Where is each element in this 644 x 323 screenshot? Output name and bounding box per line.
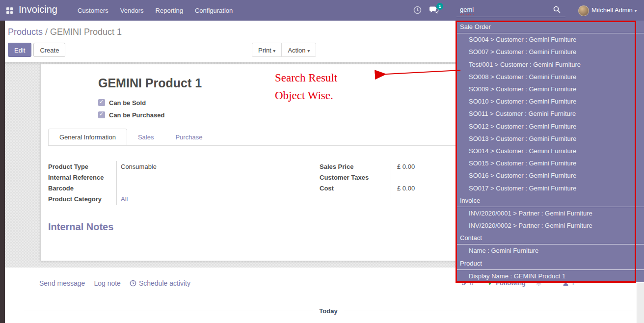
search-result-item[interactable]: INV/2020/0001 > Partner : Gemini Furnitu… — [456, 207, 644, 219]
field-label-customer-taxes: Customer Taxes — [320, 174, 397, 181]
search-result-item[interactable]: Display Name : GEMINI Product 1 — [456, 270, 644, 282]
search-group-invoice: Invoice — [456, 194, 644, 207]
tab-sales[interactable]: Sales — [127, 129, 165, 145]
search-result-item[interactable]: SO013 > Customer : Gemini Furniture — [456, 133, 644, 145]
nav-menu-customers[interactable]: Customers — [72, 7, 114, 14]
fields-group-left: Product TypeConsumableInternal Reference… — [48, 163, 254, 206]
checkbox-label: Can be Sold — [109, 99, 146, 107]
field-value-cost: £ 0.00 — [397, 185, 415, 192]
search-result-item[interactable]: SO014 > Customer : Gemini Furniture — [456, 145, 644, 157]
breadcrumb: Products / GEMINI Product 1 — [8, 27, 122, 37]
chevron-down-icon: ▾ — [634, 8, 637, 13]
checkbox-row: Can be Purchased — [98, 111, 164, 119]
internal-notes-heading: Internal Notes — [48, 221, 113, 233]
schedule-activity-label: Schedule activity — [139, 279, 190, 287]
tab-general-information[interactable]: General Information — [48, 129, 127, 146]
main-menu-bar: CustomersVendorsReportingConfiguration — [72, 0, 239, 21]
field-separator — [391, 161, 391, 199]
activity-clock-icon[interactable] — [413, 6, 422, 16]
nav-menu-reporting[interactable]: Reporting — [150, 7, 189, 14]
clock-icon — [130, 280, 136, 287]
tab-purchase[interactable]: Purchase — [164, 129, 213, 145]
product-title: GEMINI Product 1 — [98, 76, 202, 90]
search-results-dropdown: Sale OrderSO004 > Customer : Gemini Furn… — [456, 21, 644, 282]
search-result-item[interactable]: Name : Gemini Furniture — [456, 244, 644, 257]
print-label: Print — [258, 47, 271, 54]
search-result-item[interactable]: SO016 > Customer : Gemini Furniture — [456, 169, 644, 182]
field-value-sales-price: £ 0.00 — [397, 163, 415, 170]
user-avatar[interactable] — [578, 5, 589, 16]
search-result-item[interactable]: SO004 > Customer : Gemini Furniture — [456, 33, 644, 46]
search-result-item[interactable]: SO017 > Customer : Gemini Furniture — [456, 182, 644, 194]
field-label-internal-reference: Internal Reference — [48, 174, 121, 181]
checkbox-can-be-sold[interactable] — [98, 99, 105, 106]
top-navbar: Invoicing CustomersVendorsReportingConfi… — [0, 0, 644, 21]
field-label-cost: Cost — [320, 185, 397, 192]
window-edge-strip — [0, 21, 5, 323]
search-group-product: Product — [456, 257, 644, 270]
annotation-text-line2: Object Wise. — [275, 89, 333, 102]
annotation-text-line1: Search Result — [275, 72, 337, 84]
today-label: Today — [319, 307, 337, 315]
app-brand-title[interactable]: Invoicing — [19, 4, 57, 15]
field-row: Product CategoryAll — [48, 195, 254, 203]
breadcrumb-products-link[interactable]: Products — [8, 27, 43, 37]
field-row: Internal Reference — [48, 174, 254, 181]
search-group-contact: Contact — [456, 232, 644, 244]
nav-menu-configuration[interactable]: Configuration — [189, 7, 239, 14]
print-dropdown-button[interactable]: Print ▾ — [252, 43, 282, 57]
search-result-item[interactable]: SO010 > Customer : Gemini Furniture — [456, 95, 644, 108]
notebook-tabs: General InformationSalesPurchase — [48, 129, 213, 145]
search-result-item[interactable]: INV/2020/0002 > Partner : Gemini Furnitu… — [456, 219, 644, 232]
field-separator — [116, 161, 117, 205]
field-label-sales-price: Sales Price — [320, 163, 397, 170]
create-button[interactable]: Create — [33, 43, 65, 57]
chevron-down-icon: ▾ — [307, 48, 310, 54]
field-label-product-category: Product Category — [48, 195, 121, 203]
action-dropdown-button[interactable]: Action ▾ — [281, 43, 316, 57]
search-group-sale-order: Sale Order — [456, 21, 644, 33]
checkbox-row: Can be Sold — [98, 99, 164, 107]
field-value-product-category[interactable]: All — [121, 195, 128, 203]
search-icon[interactable] — [553, 6, 561, 15]
message-count-badge: 1 — [436, 3, 443, 10]
scrollbar[interactable] — [637, 283, 644, 323]
field-value-product-type: Consumable — [121, 163, 157, 170]
global-search-input[interactable]: gemi — [456, 3, 565, 17]
product-flags: Can be SoldCan be Purchased — [98, 99, 164, 123]
search-result-item[interactable]: SO012 > Customer : Gemini Furniture — [456, 120, 644, 133]
send-message-button[interactable]: Send message — [39, 279, 85, 287]
search-result-item[interactable]: SO015 > Customer : Gemini Furniture — [456, 157, 644, 169]
action-label: Action — [288, 47, 305, 54]
search-result-item[interactable]: SO007 > Customer : Gemini Furniture — [456, 46, 644, 58]
log-note-button[interactable]: Log note — [94, 279, 121, 287]
schedule-activity-button[interactable]: Schedule activity — [130, 279, 190, 287]
checkbox-label: Can be Purchased — [109, 111, 164, 119]
chevron-down-icon: ▾ — [273, 48, 275, 54]
field-label-barcode: Barcode — [48, 185, 121, 192]
edit-button[interactable]: Edit — [8, 43, 31, 57]
search-result-item[interactable]: SO011 > Customer : Gemini Furniture — [456, 108, 644, 120]
apps-menu-icon[interactable] — [6, 7, 13, 14]
checkbox-can-be-purchased[interactable] — [98, 111, 105, 118]
search-result-item[interactable]: SO008 > Customer : Gemini Furniture — [456, 71, 644, 83]
field-row: Barcode — [48, 185, 254, 192]
search-result-item[interactable]: SO009 > Customer : Gemini Furniture — [456, 83, 644, 95]
field-label-product-type: Product Type — [48, 163, 121, 170]
search-result-item[interactable]: Test/001 > Customer : Gemini Furniture — [456, 58, 644, 71]
field-row: Product TypeConsumable — [48, 163, 254, 170]
nav-menu-vendors[interactable]: Vendors — [114, 7, 150, 14]
user-menu[interactable]: Mitchell Admin ▾ — [591, 6, 637, 14]
user-name-label: Mitchell Admin — [591, 6, 633, 14]
search-query-text: gemi — [460, 6, 474, 13]
breadcrumb-current: / GEMINI Product 1 — [45, 27, 122, 37]
today-divider: Today — [24, 307, 633, 315]
